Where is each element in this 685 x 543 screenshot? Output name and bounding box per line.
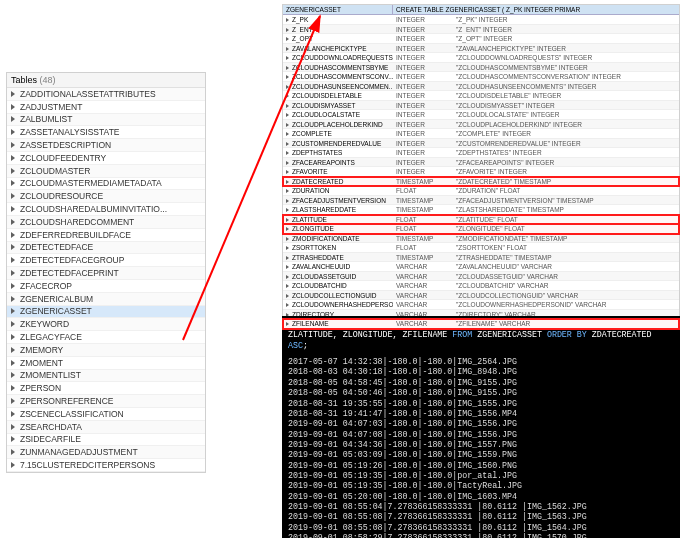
column-ddl: "ZSORTTOKEN" FLOAT [453, 243, 679, 252]
schema-row[interactable]: ZMODIFICATIONDATETIMESTAMP"ZMODIFICATION… [283, 234, 679, 244]
table-row[interactable]: ZGENERICALBUM [7, 293, 205, 306]
table-row[interactable]: ZLEGACYFACE [7, 331, 205, 344]
sql-keyword: FROM [452, 330, 472, 339]
table-row[interactable]: ZDETECTEDFACEPRINT [7, 267, 205, 280]
chevron-right-icon [286, 85, 289, 89]
schema-row[interactable]: ZSORTTOKENFLOAT"ZSORTTOKEN" FLOAT [283, 243, 679, 253]
chevron-right-icon [11, 308, 15, 314]
output-row: 2018-08-05 04:58:45|-180.0|-180.0|IMG_91… [288, 378, 674, 388]
table-row[interactable]: ZASSETDESCRIPTION [7, 139, 205, 152]
table-row[interactable]: ZASSETANALYSISSTATE [7, 126, 205, 139]
column-ddl: "ZLATITUDE" FLOAT [453, 215, 679, 224]
schema-row[interactable]: ZCLOUDISDELETABLEINTEGER"ZCLOUDISDELETAB… [283, 91, 679, 101]
schema-row[interactable]: ZCLOUDCOLLECTIONGUIDVARCHAR"ZCLOUDCOLLEC… [283, 291, 679, 301]
schema-row[interactable]: ZLASTSHAREDDATETIMESTAMP"ZLASTSHAREDDATE… [283, 205, 679, 215]
schema-row[interactable]: ZFACEAREAPOINTSINTEGER"ZFACEAREAPOINTS" … [283, 158, 679, 168]
chevron-right-icon [11, 398, 15, 404]
schema-row[interactable]: ZFILENAMEVARCHAR"ZFILENAME" VARCHAR [283, 319, 679, 329]
column-ddl: "Z_ENT" INTEGER [453, 25, 679, 34]
column-name: ZSORTTOKEN [292, 244, 336, 251]
schema-row[interactable]: ZFACEADJUSTMENTVERSIONTIMESTAMP"ZFACEADJ… [283, 196, 679, 206]
chevron-right-icon [286, 104, 289, 108]
table-row[interactable]: ZKEYWORD [7, 318, 205, 331]
terminal[interactable]: sqlite> SELECT datetime(ZDATECREATED+978… [282, 316, 680, 538]
table-row[interactable]: ZUNMANAGEDADJUSTMENT [7, 446, 205, 459]
column-name: Z_ENT [292, 26, 313, 33]
schema-row[interactable]: ZCLOUDOWNERHASHEDPERSONIDVARCHAR"ZCLOUDO… [283, 300, 679, 310]
schema-row[interactable]: ZCLOUDLOCALSTATEINTEGER"ZCLOUDLOCALSTATE… [283, 110, 679, 120]
chevron-right-icon [286, 303, 289, 307]
table-row[interactable]: ZALBUMLIST [7, 114, 205, 127]
table-name: ZCLOUDMASTERMEDIAMETADATA [20, 178, 162, 188]
schema-row[interactable]: ZCLOUDPLACEHOLDERKINDINTEGER"ZCLOUDPLACE… [283, 120, 679, 130]
column-type: TIMESTAMP [393, 234, 453, 243]
schema-row[interactable]: ZLATITUDEFLOAT"ZLATITUDE" FLOAT [283, 215, 679, 225]
table-row[interactable]: ZCLOUDFEEDENTRY [7, 152, 205, 165]
column-ddl: "ZCLOUDCOLLECTIONGUID" VARCHAR [453, 291, 679, 300]
schema-row[interactable]: ZCLOUDHASUNSEENCOMMEN...INTEGER"ZCLOUDHA… [283, 82, 679, 92]
schema-row[interactable]: Z_OPTINTEGER"Z_OPT" INTEGER [283, 34, 679, 44]
table-name: ZLEGACYFACE [20, 332, 82, 342]
chevron-right-icon [286, 227, 289, 231]
table-row[interactable]: ZDETECTEDFACE [7, 242, 205, 255]
table-row[interactable]: ZCLOUDSHAREDCOMMENT [7, 216, 205, 229]
table-name: ZMOMENT [20, 358, 63, 368]
schema-row[interactable]: ZCLOUDBATCHIDVARCHAR"ZCLOUDBATCHID" VARC… [283, 281, 679, 291]
table-row[interactable]: ZCLOUDRESOURCE [7, 190, 205, 203]
table-row[interactable]: ZFACECROP [7, 280, 205, 293]
schema-header-name: ZGENERICASSET [283, 5, 393, 14]
column-ddl: "ZCLOUDISDELETABLE" INTEGER [453, 91, 679, 100]
output-row: 2018-08-31 19:35:55|-180.0|-180.0|IMG_15… [288, 399, 674, 409]
schema-row[interactable]: ZDATECREATEDTIMESTAMP"ZDATECREATED" TIME… [283, 177, 679, 187]
schema-row[interactable]: ZCUSTOMRENDEREDVALUEINTEGER"ZCUSTOMRENDE… [283, 139, 679, 149]
column-ddl: "ZCLOUDHASCOMMENTSBYME" INTEGER [453, 63, 679, 72]
column-name: ZFACEAREAPOINTS [292, 159, 355, 166]
column-ddl: "Z_OPT" INTEGER [453, 34, 679, 43]
schema-row[interactable]: ZCLOUDDOWNLOADREQUESTSINTEGER"ZCLOUDDOWN… [283, 53, 679, 63]
table-row[interactable]: ZSEARCHDATA [7, 421, 205, 434]
table-row[interactable]: ZSIDECARFILE [7, 434, 205, 447]
column-name: ZCLOUDHASUNSEENCOMMEN... [292, 83, 393, 90]
schema-row[interactable]: ZDURATIONFLOAT"ZDURATION" FLOAT [283, 186, 679, 196]
schema-row[interactable]: ZFAVORITEINTEGER"ZFAVORITE" INTEGER [283, 167, 679, 177]
chevron-right-icon [286, 161, 289, 165]
table-row[interactable]: ZMEMORY [7, 344, 205, 357]
schema-name-label: ZGENERICASSET [286, 6, 341, 13]
table-row[interactable]: ZCLOUDMASTER [7, 165, 205, 178]
schema-row[interactable]: ZCLOUDHASCOMMENTSBYMEINTEGER"ZCLOUDHASCO… [283, 63, 679, 73]
table-row[interactable]: ZSCENECLASSIFICATION [7, 408, 205, 421]
table-row[interactable]: ZCLOUDMASTERMEDIAMETADATA [7, 178, 205, 191]
output-row: 2018-08-31 19:41:47|-180.0|-180.0|IMG_15… [288, 409, 674, 419]
schema-row[interactable]: ZCOMPLETEINTEGER"ZCOMPLETE" INTEGER [283, 129, 679, 139]
table-row[interactable]: ZGENERICASSET [7, 306, 205, 319]
chevron-right-icon [11, 180, 15, 186]
schema-row[interactable]: ZCLOUDISMYASSETINTEGER"ZCLOUDISMYASSET" … [283, 101, 679, 111]
schema-row[interactable]: ZAVALANCHEPICKTYPEINTEGER"ZAVALANCHEPICK… [283, 44, 679, 54]
schema-row[interactable]: Z_PKINTEGER"Z_PK" INTEGER [283, 15, 679, 25]
column-name: ZCLOUDASSETGUID [292, 273, 356, 280]
schema-row[interactable]: ZDEPTHSTATESINTEGER"ZDEPTHSTATES" INTEGE… [283, 148, 679, 158]
column-name: Z_PK [292, 16, 308, 23]
column-type: FLOAT [393, 243, 453, 252]
chevron-right-icon [11, 244, 15, 250]
schema-row[interactable]: ZCLOUDHASCOMMENTSCONV...INTEGER"ZCLOUDHA… [283, 72, 679, 82]
tables-header: Tables (48) [7, 73, 205, 88]
table-row[interactable]: ZADJUSTMENT [7, 101, 205, 114]
output-row: 2018-08-05 04:50:46|-180.0|-180.0|IMG_91… [288, 388, 674, 398]
table-row[interactable]: 7.15CLUSTEREDCITERPERSONS [7, 459, 205, 472]
table-row[interactable]: ZDEFERREDREBUILDFACE [7, 229, 205, 242]
schema-row[interactable]: ZLONGITUDEFLOAT"ZLONGITUDE" FLOAT [283, 224, 679, 234]
schema-row[interactable]: ZCLOUDASSETGUIDVARCHAR"ZCLOUDASSETGUID" … [283, 272, 679, 282]
table-row[interactable]: ZCLOUDSHAREDALBUMINVITATIO... [7, 203, 205, 216]
table-row[interactable]: ZPERSON [7, 382, 205, 395]
table-name: ZASSETANALYSISSTATE [20, 127, 120, 137]
table-row[interactable]: ZADDITIONALASSETATTRIBUTES [7, 88, 205, 101]
schema-row[interactable]: ZAVALANCHEUUIDVARCHAR"ZAVALANCHEUUID" VA… [283, 262, 679, 272]
table-row[interactable]: ZMOMENTLIST [7, 370, 205, 383]
schema-row[interactable]: ZTRASHEDDATETIMESTAMP"ZTRASHEDDATE" TIME… [283, 253, 679, 263]
table-row[interactable]: ZPERSONREFERENCE [7, 395, 205, 408]
table-row[interactable]: ZDETECTEDFACEGROUP [7, 254, 205, 267]
table-row[interactable]: ZMOMENT [7, 357, 205, 370]
schema-row[interactable]: Z_ENTINTEGER"Z_ENT" INTEGER [283, 25, 679, 35]
chevron-right-icon [286, 218, 289, 222]
